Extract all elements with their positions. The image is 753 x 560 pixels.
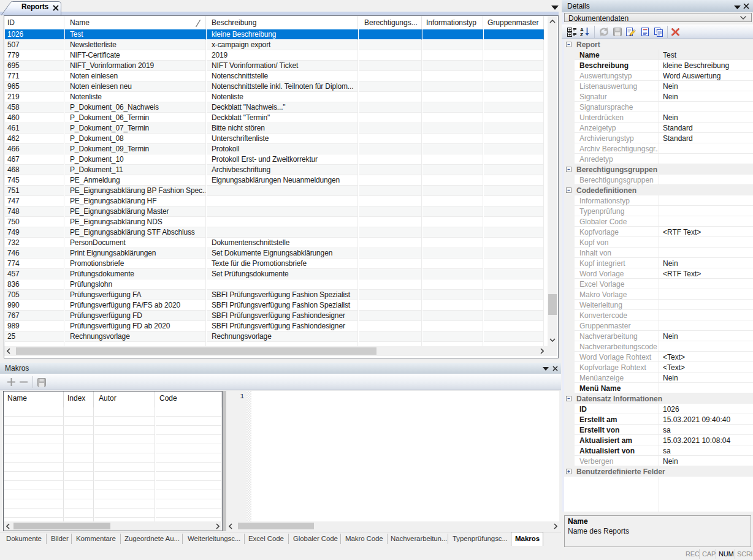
svg-text:Z: Z xyxy=(580,32,583,37)
